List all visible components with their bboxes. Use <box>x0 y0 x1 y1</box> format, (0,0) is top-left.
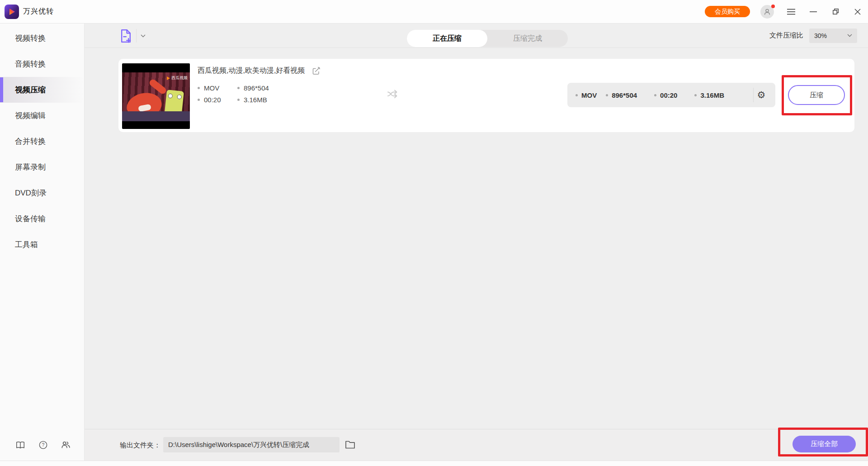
main-header: 正在压缩 压缩完成 文件压缩比 30% <box>85 24 868 48</box>
watermark: 西瓜视频 <box>167 75 188 81</box>
output-size: 3.16MB <box>694 91 724 99</box>
file-title-row: 西瓜视频,动漫,欧美动漫,好看视频 <box>198 66 321 76</box>
output-resolution: 896*504 <box>606 91 637 99</box>
watermark-text: 西瓜视频 <box>171 75 188 81</box>
add-file-button[interactable] <box>120 27 146 44</box>
title-bar: 万兴优转 会员购买 <box>0 0 868 24</box>
source-format: MOV <box>198 84 237 92</box>
output-duration: 00:20 <box>654 91 677 99</box>
app-title: 万兴优转 <box>23 7 54 16</box>
compression-ratio-value: 30% <box>814 32 827 39</box>
menu-button[interactable] <box>786 7 796 17</box>
app-window: 万兴优转 会员购买 <box>0 0 868 466</box>
book-icon <box>15 441 25 449</box>
source-duration: 00:20 <box>198 96 237 104</box>
users-icon <box>61 440 71 449</box>
thumbnail-deck-shape <box>122 111 190 121</box>
bullet-icon <box>694 94 697 96</box>
membership-buy-button[interactable]: 会员购买 <box>705 6 750 17</box>
sidebar-item-label: 视频转换 <box>15 34 46 43</box>
tab-completed[interactable]: 压缩完成 <box>487 30 568 47</box>
sidebar-nav: 视频转换 音频转换 视频压缩 视频编辑 合并转换 屏幕录制 DVD刻录 设备传输… <box>0 24 84 257</box>
compression-ratio-label: 文件压缩比 <box>769 31 803 40</box>
source-size: 3.16MB <box>237 96 301 104</box>
shuffle-icon <box>387 89 399 99</box>
file-title: 西瓜视频,动漫,欧美动漫,好看视频 <box>198 66 305 76</box>
restore-icon <box>832 8 840 15</box>
close-button[interactable] <box>853 7 863 17</box>
hamburger-icon <box>787 9 795 15</box>
divider <box>136 29 137 43</box>
compression-ratio-group: 文件压缩比 30% <box>769 24 857 48</box>
bullet-icon <box>237 99 240 101</box>
sidebar-item-label: 合并转换 <box>15 137 46 146</box>
user-avatar[interactable] <box>760 5 774 19</box>
svg-text:?: ? <box>42 442 44 447</box>
bullet-icon <box>654 94 656 96</box>
compress-all-button[interactable]: 压缩全部 <box>793 436 856 452</box>
notification-badge <box>771 5 775 8</box>
status-tabs: 正在压缩 压缩完成 <box>407 30 568 47</box>
sidebar-item-screen-record[interactable]: 屏幕录制 <box>0 154 84 180</box>
output-path-field[interactable]: D:\Users\lishige\Workspace\万兴优转\压缩完成 <box>163 437 340 452</box>
restore-button[interactable] <box>830 7 840 17</box>
source-meta: MOV 896*504 00:20 3.16MB <box>198 84 301 104</box>
add-file-icon <box>120 29 132 43</box>
compress-button[interactable]: 压缩 <box>788 85 845 105</box>
source-resolution: 896*504 <box>237 84 301 92</box>
sidebar-item-toolbox[interactable]: 工具箱 <box>0 232 84 257</box>
sidebar-item-merge-convert[interactable]: 合并转换 <box>0 128 84 154</box>
sidebar-item-label: 设备传输 <box>15 214 46 223</box>
bullet-icon <box>606 94 608 96</box>
close-icon <box>854 9 861 15</box>
sidebar-item-label: 视频编辑 <box>15 111 46 120</box>
bottom-bar: 输出文件夹： D:\Users\lishige\Workspace\万兴优转\压… <box>85 429 868 461</box>
bullet-icon <box>576 94 578 96</box>
sidebar-item-video-edit[interactable]: 视频编辑 <box>0 103 84 128</box>
window-edge-strip <box>0 461 868 466</box>
app-logo-icon <box>5 5 19 19</box>
bullet-icon <box>237 87 240 89</box>
bullet-icon <box>198 99 200 101</box>
chevron-down-icon <box>141 34 146 38</box>
chevron-down-icon <box>847 34 852 37</box>
thumbnail-eye-shape <box>177 95 182 100</box>
tab-compressing[interactable]: 正在压缩 <box>407 30 487 47</box>
sidebar-item-label: 音频转换 <box>15 60 46 68</box>
open-folder-button[interactable] <box>345 440 355 449</box>
bullet-icon <box>198 87 200 89</box>
sidebar-item-audio-convert[interactable]: 音频转换 <box>0 51 84 77</box>
thumbnail-eye-shape <box>168 94 173 99</box>
output-format: MOV <box>576 91 597 99</box>
video-thumbnail[interactable]: 西瓜视频 <box>122 63 190 129</box>
gear-icon[interactable]: ⚙ <box>754 90 769 100</box>
thumbnail-claw-shape <box>148 78 167 95</box>
sidebar-item-dvd-burn[interactable]: DVD刻录 <box>0 180 84 206</box>
sidebar-item-label: 屏幕录制 <box>15 163 46 171</box>
sidebar-footer: ? <box>15 439 71 450</box>
sidebar-item-device-transfer[interactable]: 设备传输 <box>0 206 84 232</box>
file-card: 西瓜视频 西瓜视频,动漫,欧美动漫,好看视频 MOV 896*504 00:20… <box>118 59 854 132</box>
sidebar-item-video-compress[interactable]: 视频压缩 <box>0 77 84 103</box>
compression-ratio-select[interactable]: 30% <box>809 29 857 43</box>
sidebar-item-video-convert[interactable]: 视频转换 <box>0 25 84 51</box>
help-button[interactable]: ? <box>38 439 48 450</box>
folder-icon <box>345 440 355 449</box>
watermark-play-icon <box>167 76 170 80</box>
sidebar-item-label: 工具箱 <box>15 240 38 249</box>
minimize-button[interactable] <box>808 7 818 17</box>
community-button[interactable] <box>60 439 71 450</box>
sidebar-item-label: 视频压缩 <box>15 86 46 94</box>
guide-button[interactable] <box>15 439 26 450</box>
sidebar: 视频转换 音频转换 视频压缩 视频编辑 合并转换 屏幕录制 DVD刻录 设备传输… <box>0 24 85 461</box>
sidebar-item-label: DVD刻录 <box>15 189 47 197</box>
question-icon: ? <box>38 440 48 450</box>
output-folder-label: 输出文件夹： <box>120 429 160 461</box>
thumbnail-art: 西瓜视频 <box>122 72 190 121</box>
minimize-icon <box>810 11 817 13</box>
person-icon <box>764 8 771 15</box>
output-settings-bar: MOV 896*504 00:20 3.16MB ⚙ <box>567 83 775 107</box>
edit-icon[interactable] <box>312 67 321 75</box>
